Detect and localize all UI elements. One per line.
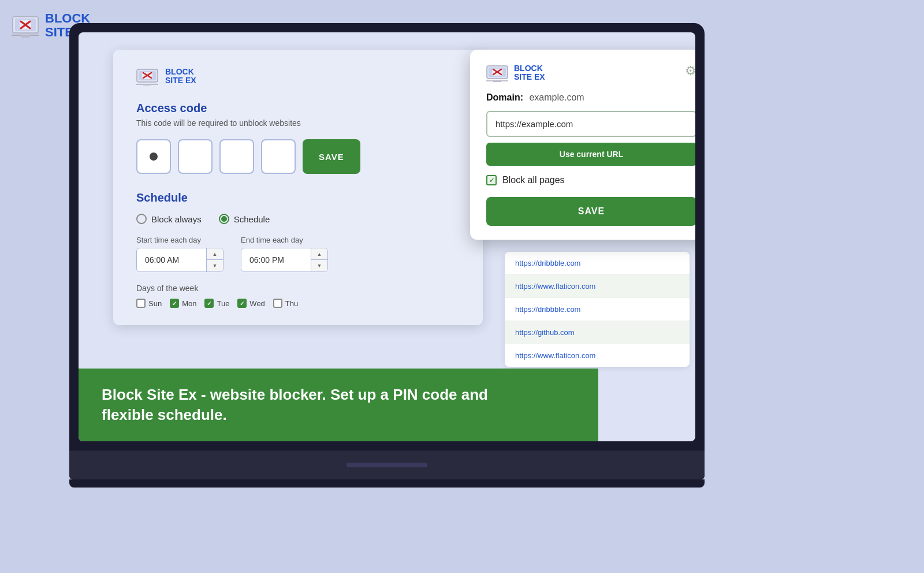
pin-digit-4[interactable] bbox=[261, 139, 296, 174]
start-time-label: Start time each day bbox=[136, 236, 223, 244]
start-time-value: 06:00 AM bbox=[137, 251, 206, 269]
pin-row: SAVE bbox=[136, 139, 460, 174]
day-tue-label: Tue bbox=[217, 299, 229, 308]
day-wed-checkbox[interactable]: ✓ bbox=[237, 299, 247, 308]
end-time-value: 06:00 PM bbox=[241, 251, 311, 269]
day-thu[interactable]: Thu bbox=[273, 299, 298, 308]
days-row: Sun ✓ Mon ✓ Tue bbox=[136, 299, 460, 308]
laptop: BLOCK SITE EX Access code This code will… bbox=[69, 23, 705, 497]
end-time-down[interactable]: ▼ bbox=[311, 260, 327, 271]
blocked-site-5[interactable]: https://www.flaticon.com bbox=[505, 344, 690, 367]
blocked-site-3[interactable]: https://dribbble.com bbox=[505, 298, 690, 321]
use-current-url-button[interactable]: Use current URL bbox=[486, 143, 695, 166]
top-logo-icon bbox=[12, 13, 39, 38]
block-always-radio[interactable] bbox=[136, 214, 147, 224]
block-always-label: Block always bbox=[151, 214, 202, 224]
time-row: Start time each day 06:00 AM ▲ ▼ End tim… bbox=[136, 236, 460, 272]
schedule-option[interactable]: Schedule bbox=[219, 214, 270, 224]
right-panel-header: BLOCK SITE EX ⚙ bbox=[486, 64, 695, 82]
day-mon-checkbox[interactable]: ✓ bbox=[170, 299, 179, 308]
schedule-radio-inner bbox=[221, 216, 227, 222]
end-time-input[interactable]: 06:00 PM ▲ ▼ bbox=[241, 248, 328, 272]
start-time-arrows: ▲ ▼ bbox=[206, 248, 223, 271]
end-time-arrows: ▲ ▼ bbox=[311, 248, 327, 271]
day-sun[interactable]: Sun bbox=[136, 299, 162, 308]
schedule-label: Schedule bbox=[234, 214, 270, 224]
laptop-notch bbox=[346, 463, 427, 467]
day-mon-label: Mon bbox=[182, 299, 196, 308]
domain-row: Domain: example.com bbox=[486, 92, 695, 103]
access-code-subtitle: This code will be required to unblock we… bbox=[136, 118, 460, 128]
domain-label: Domain: bbox=[486, 92, 523, 102]
block-always-option[interactable]: Block always bbox=[136, 214, 202, 224]
right-panel-logo: BLOCK SITE EX bbox=[486, 64, 545, 82]
start-time-group: Start time each day 06:00 AM ▲ ▼ bbox=[136, 236, 223, 272]
day-sun-checkbox[interactable] bbox=[136, 299, 146, 308]
right-save-button[interactable]: SAVE bbox=[486, 197, 695, 226]
day-thu-checkbox[interactable] bbox=[273, 299, 282, 308]
day-wed-check: ✓ bbox=[240, 300, 244, 307]
blocked-site-1[interactable]: https://dribbble.com bbox=[505, 252, 690, 275]
block-all-check: ✓ bbox=[489, 177, 494, 184]
svg-rect-17 bbox=[493, 81, 501, 82]
laptop-screen-border: BLOCK SITE EX Access code This code will… bbox=[69, 23, 705, 451]
settings-icon[interactable]: ⚙ bbox=[685, 64, 695, 79]
pin-digit-1[interactable] bbox=[136, 139, 171, 174]
svg-rect-10 bbox=[143, 84, 151, 85]
domain-value: example.com bbox=[529, 92, 584, 102]
start-time-down[interactable]: ▼ bbox=[207, 260, 223, 271]
day-mon-check: ✓ bbox=[172, 300, 177, 307]
right-panel-logo-text: BLOCK SITE EX bbox=[514, 64, 545, 82]
main-panel-logo-text: BLOCK SITE EX bbox=[165, 68, 196, 85]
schedule-section: Schedule Block always Schedule bbox=[136, 191, 460, 308]
day-tue[interactable]: ✓ Tue bbox=[204, 299, 229, 308]
day-wed[interactable]: ✓ Wed bbox=[237, 299, 265, 308]
blocked-sites-list: https://dribbble.com https://www.flatico… bbox=[505, 252, 690, 367]
end-time-up[interactable]: ▲ bbox=[311, 248, 327, 260]
main-panel-logo: BLOCK SITE EX bbox=[136, 67, 460, 85]
block-all-row: ✓ Block all pages bbox=[486, 175, 695, 185]
laptop-screen: BLOCK SITE EX Access code This code will… bbox=[79, 32, 695, 441]
access-code-save-button[interactable]: SAVE bbox=[303, 139, 360, 174]
pin-digit-3[interactable] bbox=[219, 139, 254, 174]
blocked-site-2[interactable]: https://www.flaticon.com bbox=[505, 275, 690, 298]
day-mon[interactable]: ✓ Mon bbox=[170, 299, 196, 308]
laptop-foot bbox=[69, 479, 705, 488]
access-code-section: Access code This code will be required t… bbox=[136, 102, 460, 174]
blocked-site-4[interactable]: https://github.com bbox=[505, 321, 690, 344]
pin-dot-1 bbox=[150, 152, 158, 161]
access-code-title: Access code bbox=[136, 102, 460, 115]
day-thu-label: Thu bbox=[285, 299, 298, 308]
pin-digit-2[interactable] bbox=[178, 139, 213, 174]
right-extension-panel: BLOCK SITE EX ⚙ Domain: example.com Use … bbox=[470, 50, 695, 240]
schedule-options: Block always Schedule bbox=[136, 214, 460, 224]
days-label: Days of the week bbox=[136, 284, 460, 293]
start-time-up[interactable]: ▲ bbox=[207, 248, 223, 260]
schedule-title: Schedule bbox=[136, 191, 460, 204]
end-time-group: End time each day 06:00 PM ▲ ▼ bbox=[241, 236, 328, 272]
url-input[interactable] bbox=[486, 111, 695, 137]
start-time-input[interactable]: 06:00 AM ▲ ▼ bbox=[136, 248, 223, 272]
banner-text: Block Site Ex - website blocker. Set up … bbox=[102, 385, 575, 425]
right-panel-logo-icon bbox=[486, 64, 508, 82]
day-tue-checkbox[interactable]: ✓ bbox=[204, 299, 214, 308]
end-time-label: End time each day bbox=[241, 236, 328, 244]
laptop-base bbox=[69, 451, 705, 479]
block-all-label: Block all pages bbox=[502, 175, 565, 185]
main-extension-panel: BLOCK SITE EX Access code This code will… bbox=[113, 50, 483, 325]
day-sun-label: Sun bbox=[148, 299, 162, 308]
block-all-checkbox[interactable]: ✓ bbox=[486, 175, 497, 185]
day-tue-check: ✓ bbox=[207, 300, 211, 307]
day-wed-label: Wed bbox=[249, 299, 265, 308]
schedule-radio[interactable] bbox=[219, 214, 229, 224]
main-panel-logo-icon bbox=[136, 67, 158, 85]
svg-rect-3 bbox=[21, 35, 30, 38]
bottom-banner: Block Site Ex - website blocker. Set up … bbox=[79, 369, 598, 441]
